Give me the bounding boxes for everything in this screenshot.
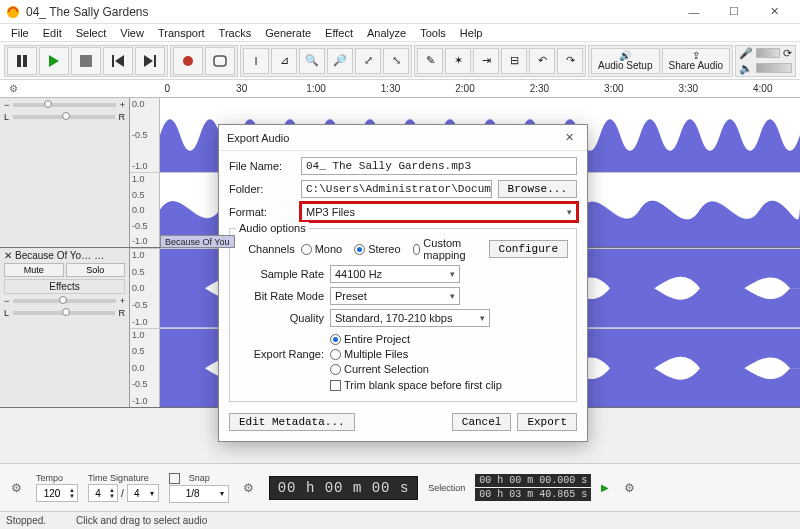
format-label: Format: (229, 206, 295, 218)
folder-input[interactable]: C:\Users\Administrator\Documents\Audacit… (301, 180, 492, 198)
chevron-down-icon: ▾ (450, 291, 455, 301)
export-button[interactable]: Export (517, 413, 577, 431)
range-current-radio[interactable]: Current Selection (330, 363, 429, 375)
quality-combo[interactable]: Standard, 170-210 kbps▾ (330, 309, 490, 327)
export-audio-dialog: Export Audio ✕ File Name: 04_ The Sally … (218, 124, 588, 442)
range-multiple-radio[interactable]: Multiple Files (330, 348, 429, 360)
cancel-button[interactable]: Cancel (452, 413, 512, 431)
dialog-title-bar[interactable]: Export Audio ✕ (219, 125, 587, 151)
channels-stereo-radio[interactable]: Stereo (354, 243, 400, 255)
audio-options-group: Audio options Channels Mono Stereo Custo… (229, 228, 577, 402)
edit-metadata-button[interactable]: Edit Metadata... (229, 413, 355, 431)
trim-blank-checkbox[interactable]: Trim blank space before first clip (330, 379, 502, 391)
modal-overlay: Export Audio ✕ File Name: 04_ The Sally … (0, 0, 800, 529)
bitrate-mode-label: Bit Rate Mode (238, 290, 324, 302)
folder-label: Folder: (229, 183, 295, 195)
clip-label[interactable]: Because Of You (160, 235, 235, 248)
format-combo[interactable]: MP3 Files▾ (301, 203, 577, 221)
channels-mono-radio[interactable]: Mono (301, 243, 343, 255)
chevron-down-icon: ▾ (567, 207, 572, 217)
export-range-label: Export Range: (238, 348, 324, 360)
sample-rate-label: Sample Rate (238, 268, 324, 280)
chevron-down-icon: ▾ (480, 313, 485, 323)
format-value: MP3 Files (306, 206, 355, 218)
filename-input[interactable]: 04_ The Sally Gardens.mp3 (301, 157, 577, 175)
dialog-title: Export Audio (227, 132, 559, 144)
bitrate-mode-combo[interactable]: Preset▾ (330, 287, 460, 305)
channels-custom-radio[interactable]: Custom mapping (413, 237, 477, 261)
range-entire-radio[interactable]: Entire Project (330, 333, 429, 345)
dialog-close-button[interactable]: ✕ (559, 131, 579, 144)
filename-label: File Name: (229, 160, 295, 172)
channels-label: Channels (238, 243, 295, 255)
browse-button[interactable]: Browse... (498, 180, 577, 198)
chevron-down-icon: ▾ (450, 269, 455, 279)
sample-rate-combo[interactable]: 44100 Hz▾ (330, 265, 460, 283)
audio-options-legend: Audio options (236, 222, 309, 234)
configure-button[interactable]: Configure (489, 240, 568, 258)
quality-label: Quality (238, 312, 324, 324)
